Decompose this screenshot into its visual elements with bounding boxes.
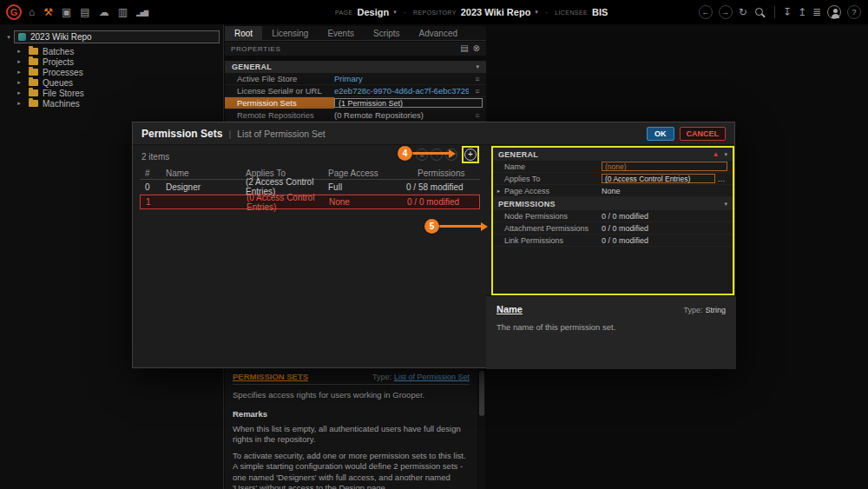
annotation-step-4: 4 bbox=[398, 146, 412, 161]
description-type-link[interactable]: List of Permission Set bbox=[394, 373, 470, 381]
dialog-subtitle: List of Permission Set bbox=[237, 129, 326, 139]
help-icon[interactable]: ? bbox=[847, 5, 861, 19]
stats-icon[interactable]: ▂▅▇ bbox=[136, 10, 148, 16]
chevron-down-icon[interactable]: ▾ bbox=[535, 9, 538, 16]
detail-row-name[interactable]: Name (none) bbox=[493, 161, 733, 173]
col-header-permissions[interactable]: Permissions bbox=[404, 169, 480, 178]
add-item-button[interactable]: + bbox=[464, 149, 477, 161]
chevron-right-icon[interactable]: ▸ bbox=[14, 48, 24, 55]
save-properties-icon[interactable]: ▤ bbox=[460, 44, 468, 53]
detail-row-page-access[interactable]: ▸ Page Access None bbox=[493, 185, 733, 197]
chevron-down-icon[interactable]: ▾ bbox=[476, 63, 479, 70]
property-row-permission-sets[interactable]: Permission Sets (1 Permission Set) bbox=[225, 97, 486, 109]
repository-label: REPOSITORY bbox=[413, 10, 457, 16]
col-header-number[interactable]: # bbox=[140, 169, 166, 178]
tree-root-label: 2023 Wiki Repo bbox=[30, 32, 92, 42]
tab-events[interactable]: Events bbox=[318, 26, 364, 40]
tree-root-row[interactable]: ▾ 2023 Wiki Repo bbox=[3, 30, 220, 43]
annotation-arrow-5 bbox=[438, 225, 482, 228]
detail-row-link-permissions[interactable]: Link Permissions 0 / 0 modified bbox=[493, 235, 733, 247]
tree-root-node[interactable]: 2023 Wiki Repo bbox=[14, 30, 220, 43]
divider bbox=[774, 6, 775, 18]
user-account-icon[interactable] bbox=[827, 5, 841, 19]
row-menu-icon[interactable]: ≡ bbox=[469, 85, 486, 96]
database-stack-icon[interactable]: ≣ bbox=[812, 7, 821, 17]
tab-licensing[interactable]: Licensing bbox=[262, 26, 318, 40]
close-properties-icon[interactable]: ⊗ bbox=[473, 44, 480, 53]
property-row-active-file-store[interactable]: Active File Store Primary ≡ bbox=[225, 73, 486, 85]
tab-root[interactable]: Root bbox=[225, 26, 262, 40]
ellipsis-button[interactable]: … bbox=[715, 175, 727, 183]
sidebar-item-batches[interactable]: ▸ Batches bbox=[0, 46, 223, 56]
sidebar-item-queues[interactable]: ▸ Queues bbox=[0, 77, 223, 88]
chevron-right-icon[interactable]: ▸ bbox=[14, 100, 24, 107]
col-header-name[interactable]: Name bbox=[166, 169, 246, 178]
row-menu-icon[interactable]: ≡ bbox=[469, 109, 486, 121]
chevron-right-icon[interactable]: ▸ bbox=[14, 89, 24, 96]
ok-button[interactable]: OK bbox=[647, 127, 674, 141]
grooper-logo-icon[interactable]: G bbox=[6, 4, 22, 20]
delete-item-icon[interactable]: ⊗ bbox=[416, 149, 428, 161]
design-tools-icon[interactable]: ⚒ bbox=[43, 7, 53, 17]
repository-node-icon bbox=[18, 33, 26, 41]
forward-icon[interactable]: → bbox=[719, 5, 733, 19]
refresh-icon[interactable]: ↻ bbox=[739, 7, 747, 17]
detail-group-permissions[interactable]: PERMISSIONS ▾ bbox=[493, 197, 733, 210]
property-row-license-serial[interactable]: License Serial# or URL e2eb728c-9970-4d6… bbox=[225, 85, 486, 97]
tab-scripts[interactable]: Scripts bbox=[364, 26, 410, 40]
page-selector[interactable]: Design bbox=[358, 7, 390, 17]
chevron-right-icon[interactable]: ▸ bbox=[14, 69, 24, 76]
detail-group-general[interactable]: GENERAL ▲ ▾ bbox=[493, 148, 733, 161]
row-menu-icon[interactable]: ≡ bbox=[469, 73, 486, 84]
tasks-icon[interactable]: ▥ bbox=[118, 7, 128, 17]
chevron-right-icon[interactable]: ▸ bbox=[14, 58, 24, 65]
upload-icon[interactable]: ↥ bbox=[798, 7, 806, 17]
permission-sets-dialog: Permission Sets | List of Permission Set… bbox=[132, 122, 735, 368]
download-icon[interactable]: ↧ bbox=[783, 7, 792, 17]
remarks-paragraph-1: When this list is empty, all authenticat… bbox=[233, 424, 470, 446]
detail-row-attachment-permissions[interactable]: Attachment Permissions 0 / 0 modified bbox=[493, 222, 733, 235]
move-up-icon[interactable]: ↑ bbox=[431, 149, 443, 161]
tab-advanced[interactable]: Advanced bbox=[410, 26, 467, 40]
home-icon[interactable]: ⌂ bbox=[29, 7, 35, 17]
chevron-right-icon[interactable]: ▸ bbox=[493, 188, 504, 195]
repository-selector[interactable]: 2023 Wiki Repo bbox=[461, 7, 531, 17]
batches-icon[interactable]: ▣ bbox=[62, 7, 71, 17]
imports-icon[interactable]: ▤ bbox=[80, 7, 89, 17]
table-row-selected[interactable]: 1 (0 Access Control Entries) None 0 / 0 … bbox=[140, 195, 480, 209]
cancel-button[interactable]: CANCEL bbox=[680, 127, 727, 141]
description-title: PERMISSION SETS bbox=[233, 372, 308, 381]
applies-to-input[interactable]: (0 Access Control Entries) bbox=[602, 174, 715, 183]
property-grid: GENERAL ▾ Active File Store Primary ≡ Li… bbox=[225, 61, 486, 122]
col-header-page-access[interactable]: Page Access bbox=[328, 169, 404, 178]
scrollbar-thumb[interactable] bbox=[479, 371, 484, 416]
warning-icon: ▲ bbox=[713, 151, 720, 158]
tab-bar: Root Licensing Events Scripts Advanced bbox=[225, 26, 486, 41]
folder-icon bbox=[29, 58, 38, 65]
property-row-remote-repositories[interactable]: Remote Repositories (0 Remote Repositori… bbox=[225, 109, 486, 122]
name-input[interactable]: (none) bbox=[602, 162, 727, 171]
sidebar-item-machines[interactable]: ▸ Machines bbox=[0, 98, 223, 109]
group-header-general[interactable]: GENERAL ▾ bbox=[225, 61, 486, 73]
chevron-down-icon[interactable]: ▾ bbox=[3, 34, 14, 41]
permission-sets-value-box[interactable]: (1 Permission Set) bbox=[334, 98, 483, 108]
back-icon[interactable]: ← bbox=[699, 5, 713, 19]
chevron-down-icon[interactable]: ▾ bbox=[724, 201, 727, 208]
search-icon[interactable] bbox=[753, 6, 766, 19]
help-property-name: Name bbox=[496, 304, 523, 314]
help-type-label: Type: bbox=[683, 306, 702, 314]
cloud-icon[interactable]: ☁ bbox=[99, 7, 109, 17]
chevron-down-icon[interactable]: ▾ bbox=[393, 9, 397, 16]
detail-row-node-permissions[interactable]: Node Permissions 0 / 0 modified bbox=[493, 210, 733, 222]
sidebar-item-processes[interactable]: ▸ Processes bbox=[0, 67, 223, 77]
sidebar-item-projects[interactable]: ▸ Projects bbox=[0, 56, 223, 67]
dialog-header: Permission Sets | List of Permission Set… bbox=[133, 122, 734, 145]
help-type-value: String bbox=[705, 306, 726, 314]
licensee-label: LICENSEE bbox=[555, 10, 588, 16]
property-description-panel: PERMISSION SETS Type: List of Permission… bbox=[225, 368, 477, 489]
chevron-down-icon[interactable]: ▾ bbox=[724, 151, 727, 158]
scrollbar-track[interactable] bbox=[478, 368, 485, 489]
chevron-right-icon[interactable]: ▸ bbox=[14, 79, 24, 86]
sidebar-item-file-stores[interactable]: ▸ File Stores bbox=[0, 88, 223, 98]
detail-row-applies-to[interactable]: Applies To (0 Access Control Entries) … bbox=[493, 173, 733, 185]
